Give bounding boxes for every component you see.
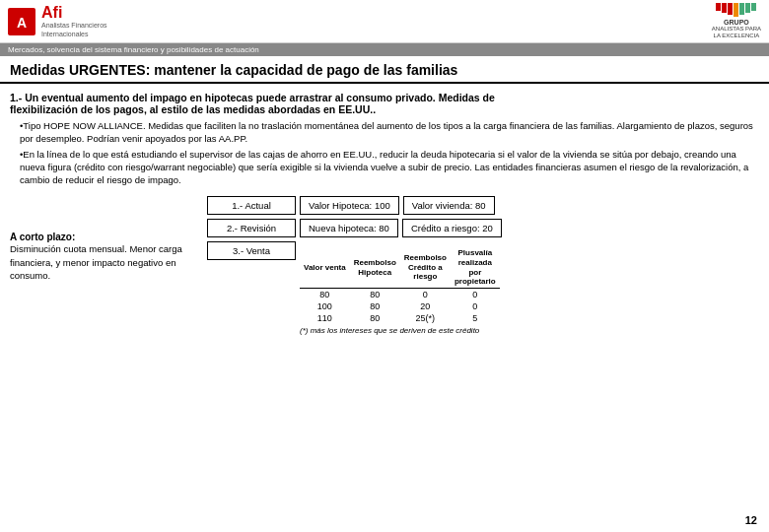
cell-pv-1: 0	[451, 288, 500, 300]
boxes-row-3: 3.- Venta Valor venta ReembolsoHipoteca …	[207, 241, 759, 334]
intro-line2: flexibilización de los pagos, al estilo …	[10, 103, 376, 115]
grupo-label: GRUPO	[724, 19, 749, 26]
box-valor-hipoteca: Valor Hipoteca: 100	[300, 196, 399, 215]
cell-rc-2: 20	[400, 300, 451, 312]
box-credito-riesgo: Crédito a riesgo: 20	[402, 219, 502, 237]
logo-icon: A	[8, 8, 35, 35]
left-bold: A corto plazo:	[10, 232, 207, 242]
main-title: Medidas URGENTES: mantener la capacidad …	[0, 56, 769, 84]
right-column: 1.- Actual Valor Hipoteca: 100 Valor viv…	[207, 196, 759, 334]
table-row: 110 80 25(*) 5	[300, 312, 500, 324]
intro-line1: 1.- Un eventual aumento del impago en hi…	[10, 92, 495, 103]
svg-text:A: A	[17, 15, 27, 31]
cell-rc-3: 25(*)	[400, 312, 451, 324]
left-column: A corto plazo: Disminución cuota mensual…	[10, 196, 207, 334]
box-valor-vivienda: Valor vivienda: 80	[403, 196, 495, 215]
cell-vv-1: 80	[300, 288, 350, 300]
logo-text: Afi	[41, 4, 107, 22]
box-actual: 1.- Actual	[207, 196, 296, 215]
logo-area: A Afi Analistas Financieros Internaciona…	[8, 4, 107, 38]
table-row: 100 80 20 0	[300, 300, 500, 312]
intro-text: 1.- Un eventual aumento del impago en hi…	[10, 92, 759, 115]
header: A Afi Analistas Financieros Internaciona…	[0, 0, 769, 43]
bullet-2: •En la línea de lo que está estudiando e…	[20, 148, 759, 187]
bullet-1: •Tipo HOPE NOW ALLIANCE. Medidas que fac…	[20, 119, 759, 146]
logo-subtext: Analistas Financieros Internacionales	[41, 22, 107, 38]
cell-pv-2: 0	[451, 300, 500, 312]
box-venta: 3.- Venta	[207, 241, 296, 260]
th-valor-venta: Valor venta	[300, 247, 350, 288]
th-reembolso-hipoteca: ReembolsoHipoteca	[350, 247, 400, 288]
content: 1.- Un eventual aumento del impago en hi…	[0, 84, 769, 343]
subtitle-text: Mercados, solvencia del sistema financie…	[8, 45, 259, 54]
cell-vv-3: 110	[300, 312, 350, 324]
grupo-logo: GRUPO ANALISTAS PARALA EXCELENCIA	[712, 3, 761, 39]
table-area: Valor venta ReembolsoHipoteca ReembolsoC…	[300, 247, 500, 334]
left-text: Disminución cuota mensual. Menor carga f…	[10, 242, 207, 282]
grupo-sublabel: ANALISTAS PARALA EXCELENCIA	[712, 26, 761, 39]
cell-rh-3: 80	[350, 312, 400, 324]
boxes-row-1: 1.- Actual Valor Hipoteca: 100 Valor viv…	[207, 196, 759, 215]
box-revision: 2.- Revisión	[207, 219, 296, 237]
subtitle-bar: Mercados, solvencia del sistema financie…	[0, 43, 769, 56]
cell-rc-1: 0	[400, 288, 451, 300]
grupo-bars	[716, 3, 756, 17]
cell-pv-3: 5	[451, 312, 500, 324]
box-nueva-hipoteca: Nueva hipoteca: 80	[300, 219, 398, 237]
data-table: Valor venta ReembolsoHipoteca ReembolsoC…	[300, 247, 500, 323]
page-number: 12	[745, 514, 757, 526]
th-reembolso-credito: ReembolsoCrédito ariesgo	[400, 247, 451, 288]
th-plusvalia: Plusvalíarealizadaporpropietario	[451, 247, 500, 288]
cell-rh-1: 80	[350, 288, 400, 300]
bottom-section: A corto plazo: Disminución cuota mensual…	[10, 196, 759, 334]
table-note: (*) más los intereses que se deriven de …	[300, 326, 500, 335]
boxes-row-2: 2.- Revisión Nueva hipoteca: 80 Crédito …	[207, 219, 759, 237]
table-row: 80 80 0 0	[300, 288, 500, 300]
cell-rh-2: 80	[350, 300, 400, 312]
cell-vv-2: 100	[300, 300, 350, 312]
